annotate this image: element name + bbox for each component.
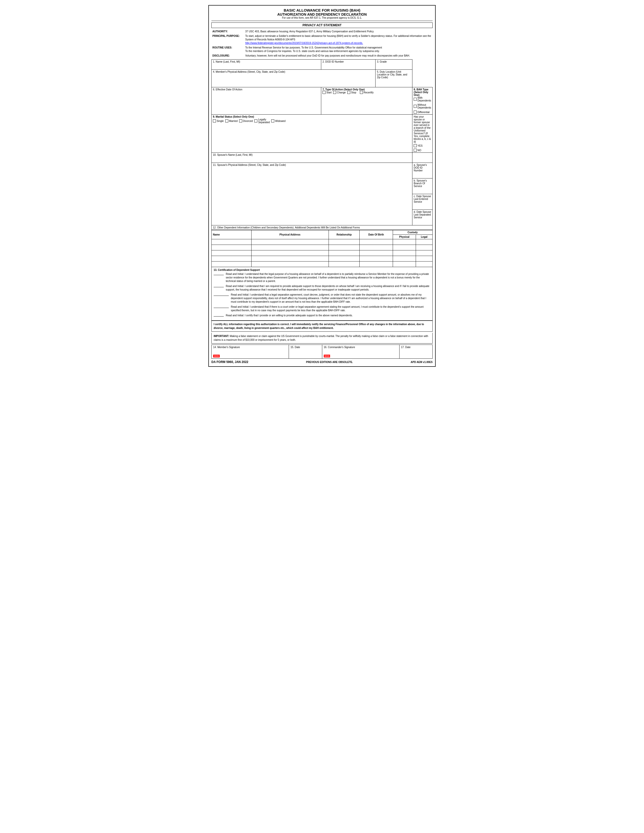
field7-cell: 7. Type Of Action (Select Only One) Star… xyxy=(321,87,412,114)
field9-single-label: Single xyxy=(217,120,224,122)
row-10: 10. Spouse's Name (Last, First, MI) xyxy=(212,153,433,163)
field11b-value[interactable] xyxy=(414,188,431,193)
dep-row-2 xyxy=(212,245,433,251)
dep-row-3 xyxy=(212,251,433,256)
field8-differential-checkbox[interactable] xyxy=(414,111,417,114)
principal-row: PRINCIPAL PURPOSE: To start, adjust or t… xyxy=(211,34,433,45)
certification-section: 13. Certification of Dependent Support R… xyxy=(211,267,433,321)
dep-row1-name[interactable] xyxy=(212,239,251,245)
field11-value[interactable] xyxy=(213,166,411,189)
field17-value[interactable] xyxy=(401,349,431,357)
field9-legally-sep-checkbox[interactable] xyxy=(254,119,258,122)
field15-value[interactable] xyxy=(290,349,320,357)
field7-start-checkbox[interactable] xyxy=(322,91,325,94)
dep-row2-legal[interactable] xyxy=(416,245,433,251)
dep-row1-relationship[interactable] xyxy=(328,239,360,245)
cert-item-5: Read and Initial: I certify that I provi… xyxy=(214,314,430,317)
dep-row1-dob[interactable] xyxy=(360,239,393,245)
dep-row5-legal[interactable] xyxy=(416,262,433,267)
field9-single-checkbox[interactable] xyxy=(213,119,216,122)
dependent-table-head: Name Physical Address Relationship Date … xyxy=(212,230,433,239)
field5-value[interactable] xyxy=(377,79,411,86)
dep-row2-address[interactable] xyxy=(251,245,328,251)
field11a-value[interactable] xyxy=(414,172,431,177)
dep-row5-relationship[interactable] xyxy=(328,262,360,267)
field8-with-checkbox[interactable] xyxy=(414,98,417,101)
dep-row2-dob[interactable] xyxy=(360,245,393,251)
cert-line-3[interactable] xyxy=(214,296,229,296)
dep-row5-physical[interactable] xyxy=(393,262,416,267)
dep-row4-dob[interactable] xyxy=(360,256,393,262)
field9-no-checkbox[interactable] xyxy=(414,149,417,152)
dep-row3-relationship[interactable] xyxy=(328,251,360,256)
authority-text: 37 USC 403, Basic allowance housing; Arm… xyxy=(244,29,433,34)
dep-row2-name[interactable] xyxy=(212,245,251,251)
field2-value[interactable] xyxy=(322,63,374,69)
dep-row4-physical[interactable] xyxy=(393,256,416,262)
field9-single-item: Single xyxy=(213,119,224,122)
dep-physical-header: Physical xyxy=(393,235,416,239)
field9-divorced-item: Divorced xyxy=(239,119,253,122)
field8-without-checkbox[interactable] xyxy=(414,105,417,108)
field7-recertify-checkbox[interactable] xyxy=(360,91,363,94)
dep-address-header: Physical Address xyxy=(251,230,328,239)
dep-row4-legal[interactable] xyxy=(416,256,433,262)
field9-yes-item: YES xyxy=(414,144,422,147)
dep-row5-name[interactable] xyxy=(212,262,251,267)
row-4-5: 4. Member's Physical Address (Street, Ci… xyxy=(212,70,433,87)
field2-cell: 2. DOD ID Number xyxy=(321,60,375,70)
authority-label: AUTHORITY: xyxy=(211,29,244,34)
dep-row3-address[interactable] xyxy=(251,251,328,256)
field10-value[interactable] xyxy=(213,156,411,162)
dep-row3-legal[interactable] xyxy=(416,251,433,256)
field7-stop-label: Stop xyxy=(351,91,356,94)
field9-yes-checkbox[interactable] xyxy=(414,144,417,147)
cert-line-5[interactable] xyxy=(214,316,224,317)
field1-value[interactable] xyxy=(213,63,320,69)
dep-row5-address[interactable] xyxy=(251,262,328,267)
dep-row5-dob[interactable] xyxy=(360,262,393,267)
row-6-7-8: 6. Effective Date Of Action 7. Type Of A… xyxy=(212,87,433,114)
field7-change-checkbox[interactable] xyxy=(333,91,336,94)
field15-label: 15. Date xyxy=(290,346,320,349)
dep-row3-dob[interactable] xyxy=(360,251,393,256)
field7-recertify-label: Recertify xyxy=(364,91,374,94)
field9-divorced-checkbox[interactable] xyxy=(239,119,242,122)
field6-value[interactable] xyxy=(213,91,320,96)
field11c-value[interactable] xyxy=(414,203,431,209)
field8-without-label: WithoutDependents xyxy=(417,103,431,109)
dep-row4-name[interactable] xyxy=(212,256,251,262)
dep-row1-address[interactable] xyxy=(251,239,328,245)
dep-relationship-header: Relationship xyxy=(328,230,360,239)
principal-link[interactable]: http://www.federalregister.gov/documents… xyxy=(245,42,363,44)
field7-stop-checkbox[interactable] xyxy=(347,91,350,94)
cert-line-2[interactable] xyxy=(214,287,224,287)
field1-label: 1. Name (Last, First, MI) xyxy=(213,60,320,63)
dep-row1-physical[interactable] xyxy=(393,239,416,245)
dep-row3-name[interactable] xyxy=(212,251,251,256)
field11d-cell: d. Date Spouse Last Separated Service xyxy=(412,210,433,225)
dep-row4-relationship[interactable] xyxy=(328,256,360,262)
dep-row4-address[interactable] xyxy=(251,256,328,262)
dep-legal-header: Legal xyxy=(416,235,433,239)
field11d-value[interactable] xyxy=(414,219,431,224)
dependent-table: Name Physical Address Relationship Date … xyxy=(211,230,433,267)
dep-row2-physical[interactable] xyxy=(393,245,416,251)
field9-married-checkbox[interactable] xyxy=(225,119,228,122)
field10-cell: 10. Spouse's Name (Last, First, MI) xyxy=(212,153,412,163)
field9-widowed-label: Widowed xyxy=(275,120,285,122)
cert-item-4: Read and Initial: I understand that if t… xyxy=(214,305,430,312)
dep-row1-legal[interactable] xyxy=(416,239,433,245)
field16-sign-area: SIGN xyxy=(324,349,398,357)
title-section: BASIC ALLOWANCE FOR HOUSING (BAH) AUTHOR… xyxy=(211,8,433,21)
field8-label: 8. BAH Type (Select Only One) xyxy=(414,88,431,96)
dep-dob-header: Date Of Birth xyxy=(360,230,393,239)
field4-value[interactable] xyxy=(213,73,374,81)
dep-row3-physical[interactable] xyxy=(393,251,416,256)
field11-label: 11. Spouse's Physical Address (Street, C… xyxy=(213,164,411,166)
dep-header-row1: Name Physical Address Relationship Date … xyxy=(212,230,433,235)
dep-row2-relationship[interactable] xyxy=(328,245,360,251)
field3-value[interactable] xyxy=(377,63,411,69)
field9-widowed-checkbox[interactable] xyxy=(271,119,274,122)
principal-cell: To start, adjust or terminate a Soldier'… xyxy=(244,34,433,45)
